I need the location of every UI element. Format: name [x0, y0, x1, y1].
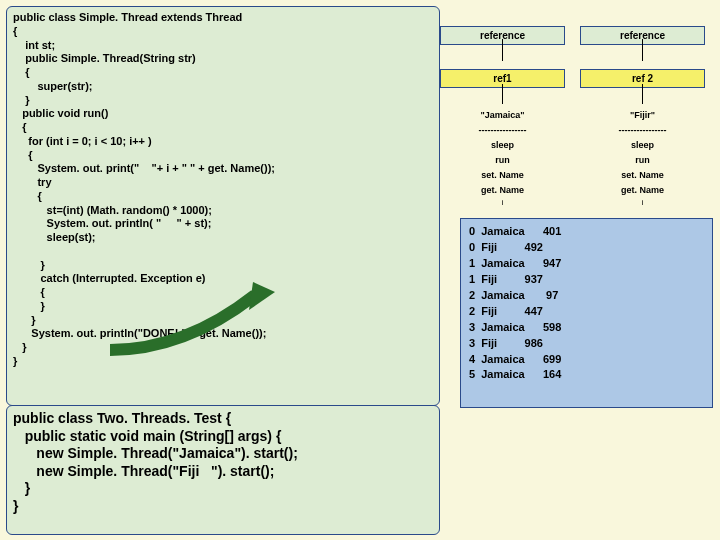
- code-block-two-threads-test: public class Two. Threads. Test { public…: [6, 405, 440, 535]
- ref1-setname: set. Name: [440, 170, 565, 180]
- ref2-setname: set. Name: [580, 170, 705, 180]
- ref1-string: "Jamaica": [440, 110, 565, 120]
- ref-column-1: reference ref1 "Jamaica" ---------------…: [440, 6, 565, 207]
- ref-column-2: reference ref 2 "Fijir" ----------------…: [580, 6, 705, 207]
- connector-line: [642, 84, 643, 104]
- ref2-getname: get. Name: [580, 185, 705, 195]
- dots: ----------------: [580, 125, 705, 135]
- connector-line: [502, 84, 503, 104]
- program-output: 0 Jamaica 401 0 Fiji 492 1 Jamaica 947 1…: [460, 218, 713, 408]
- ref2-sleep: sleep: [580, 140, 705, 150]
- ref2-run: run: [580, 155, 705, 165]
- ref1-getname: get. Name: [440, 185, 565, 195]
- connector-line: [642, 39, 643, 61]
- ref1-i: i: [440, 198, 565, 207]
- ref2-string: "Fijir": [580, 110, 705, 120]
- connector-line: [502, 39, 503, 61]
- ref2-i: i: [580, 198, 705, 207]
- dots: ----------------: [440, 125, 565, 135]
- code-block-simple-thread: public class Simple. Thread extends Thre…: [6, 6, 440, 406]
- ref1-run: run: [440, 155, 565, 165]
- ref1-sleep: sleep: [440, 140, 565, 150]
